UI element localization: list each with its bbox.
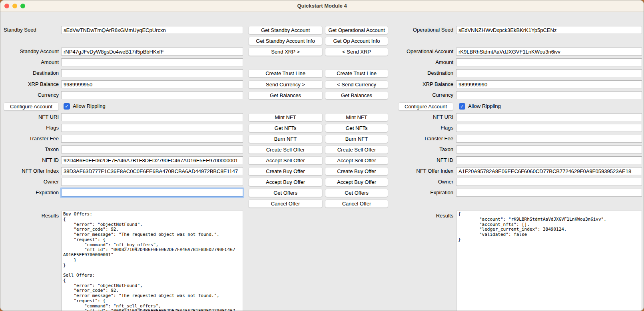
standby-currency-label: Currency: [3, 91, 59, 99]
standby-allow-rippling-label: Allow Rippling: [73, 102, 106, 110]
operational-amount-input[interactable]: [456, 58, 642, 66]
operational-nft-uri-label: NFT URI: [381, 113, 453, 121]
main-content: Standby Seed Standby Account Amount Dest…: [0, 12, 644, 311]
operational-nft-offer-index-label: NFT Offer Index: [381, 167, 453, 175]
operational-get-nfts-button[interactable]: Get NFTs: [325, 124, 388, 132]
operational-nft-offer-index-input[interactable]: [456, 167, 642, 175]
operational-taxon-label: Taxon: [381, 146, 453, 154]
standby-taxon-label: Taxon: [3, 146, 59, 154]
send-xrp-to-operational-button[interactable]: Send XRP >: [248, 48, 323, 56]
standby-currency-input[interactable]: [61, 91, 243, 99]
standby-get-nfts-button[interactable]: Get NFTs: [248, 124, 323, 132]
zoom-button[interactable]: [20, 4, 25, 8]
operational-mint-nft-button[interactable]: Mint NFT: [325, 113, 388, 122]
standby-transfer-fee-label: Transfer Fee: [3, 135, 59, 143]
standby-nft-uri-input[interactable]: [61, 113, 243, 121]
check-icon: ✓: [64, 103, 70, 110]
operational-destination-label: Destination: [381, 69, 453, 77]
title-bar: Quickstart Module 4: [0, 0, 644, 12]
standby-nft-id-input[interactable]: [61, 156, 243, 164]
standby-amount-label: Amount: [3, 58, 59, 66]
operational-nft-uri-input[interactable]: [456, 113, 642, 121]
standby-xrp-balance-input[interactable]: [61, 80, 243, 88]
operational-create-trust-line-button[interactable]: Create Trust Line: [325, 69, 388, 78]
standby-burn-nft-button[interactable]: Burn NFT: [248, 135, 323, 143]
standby-xrp-balance-label: XRP Balance: [3, 80, 59, 88]
standby-expiration-input[interactable]: [61, 189, 243, 197]
operational-get-balances-button[interactable]: Get Balances: [325, 91, 388, 100]
standby-send-currency-button[interactable]: Send Currency >: [248, 80, 323, 89]
operational-expiration-label: Expiration: [381, 189, 453, 197]
operational-transfer-fee-label: Transfer Fee: [381, 135, 453, 143]
close-button[interactable]: [4, 4, 9, 8]
standby-transfer-fee-input[interactable]: [61, 135, 243, 143]
operational-get-offers-button[interactable]: Get Offers: [325, 189, 388, 197]
standby-account-input[interactable]: [61, 48, 243, 56]
get-standby-account-button[interactable]: Get Standby Account: [248, 26, 323, 34]
operational-xrp-balance-input[interactable]: [456, 80, 642, 88]
operational-allow-rippling-label: Allow Rippling: [468, 102, 501, 110]
operational-results-label: Results: [381, 212, 453, 220]
standby-taxon-input[interactable]: [61, 146, 243, 154]
standby-nft-id-label: NFT ID: [3, 156, 59, 164]
operational-expiration-input[interactable]: [456, 189, 642, 197]
standby-nft-uri-label: NFT URI: [3, 113, 59, 121]
operational-account-label: Operational Account: [381, 48, 453, 56]
standby-results-textarea[interactable]: Buy Offers: { "error": "objectNotFound",…: [61, 211, 243, 311]
send-xrp-to-standby-button[interactable]: < Send XRP: [325, 48, 388, 56]
operational-seed-input[interactable]: [456, 26, 642, 34]
standby-destination-input[interactable]: [61, 69, 243, 77]
operational-accept-sell-offer-button[interactable]: Accept Sell Offer: [325, 156, 388, 165]
standby-accept-sell-offer-button[interactable]: Accept Sell Offer: [248, 156, 323, 165]
standby-flags-input[interactable]: [61, 124, 243, 132]
operational-accept-buy-offer-button[interactable]: Accept Buy Offer: [325, 178, 388, 186]
operational-allow-rippling-checkbox[interactable]: ✓: [459, 103, 465, 110]
check-icon: ✓: [459, 103, 465, 110]
operational-send-currency-button[interactable]: < Send Currency: [325, 80, 388, 89]
app-window: Quickstart Module 4 Standby Seed Standby…: [0, 0, 644, 311]
standby-account-label: Standby Account: [3, 48, 59, 56]
standby-results-label: Results: [3, 212, 59, 220]
get-operational-account-button[interactable]: Get Operational Account: [325, 26, 388, 34]
standby-owner-input[interactable]: [61, 178, 243, 186]
standby-get-offers-button[interactable]: Get Offers: [248, 189, 323, 197]
standby-nft-offer-index-label: NFT Offer Index: [3, 167, 59, 175]
standby-create-sell-offer-button[interactable]: Create Sell Offer: [248, 146, 323, 154]
operational-configure-account-button[interactable]: Configure Account: [398, 102, 453, 111]
standby-expiration-label: Expiration: [3, 189, 59, 197]
operational-burn-nft-button[interactable]: Burn NFT: [325, 135, 388, 143]
standby-flags-label: Flags: [3, 124, 59, 132]
operational-seed-label: Operational Seed: [381, 26, 453, 34]
get-op-account-info-button[interactable]: Get Op Account Info: [325, 37, 388, 45]
standby-nft-offer-index-input[interactable]: [61, 167, 243, 175]
standby-allow-rippling-checkbox[interactable]: ✓: [64, 103, 70, 110]
operational-cancel-offer-button[interactable]: Cancel Offer: [325, 199, 388, 208]
operational-nft-id-input[interactable]: [456, 156, 642, 164]
operational-owner-label: Owner: [381, 178, 453, 186]
operational-destination-input[interactable]: [456, 69, 642, 77]
get-standby-account-info-button[interactable]: Get Standby Account Info: [248, 37, 323, 45]
operational-results-textarea[interactable]: { "account": "rK9LBRhStdmtAaVdJXGVF1LnKW…: [456, 211, 642, 311]
minimize-button[interactable]: [12, 4, 17, 8]
standby-seed-label: Standby Seed: [3, 26, 60, 34]
operational-xrp-balance-label: XRP Balance: [381, 80, 453, 88]
standby-mint-nft-button[interactable]: Mint NFT: [248, 113, 323, 122]
standby-accept-buy-offer-button[interactable]: Accept Buy Offer: [248, 178, 323, 186]
standby-amount-input[interactable]: [61, 58, 243, 66]
operational-create-buy-offer-button[interactable]: Create Buy Offer: [325, 167, 388, 175]
operational-account-input[interactable]: [456, 48, 642, 56]
operational-flags-input[interactable]: [456, 124, 642, 132]
operational-owner-input[interactable]: [456, 178, 642, 186]
operational-create-sell-offer-button[interactable]: Create Sell Offer: [325, 146, 388, 154]
operational-currency-input[interactable]: [456, 91, 642, 99]
operational-flags-label: Flags: [381, 124, 453, 132]
standby-create-buy-offer-button[interactable]: Create Buy Offer: [248, 167, 323, 175]
standby-get-balances-button[interactable]: Get Balances: [248, 91, 323, 100]
operational-transfer-fee-input[interactable]: [456, 135, 642, 143]
standby-configure-account-button[interactable]: Configure Account: [4, 102, 59, 111]
standby-create-trust-line-button[interactable]: Create Trust Line: [248, 69, 323, 78]
operational-taxon-input[interactable]: [456, 146, 642, 154]
standby-cancel-offer-button[interactable]: Cancel Offer: [248, 199, 323, 208]
operational-amount-label: Amount: [381, 58, 453, 66]
standby-seed-input[interactable]: [61, 26, 243, 34]
